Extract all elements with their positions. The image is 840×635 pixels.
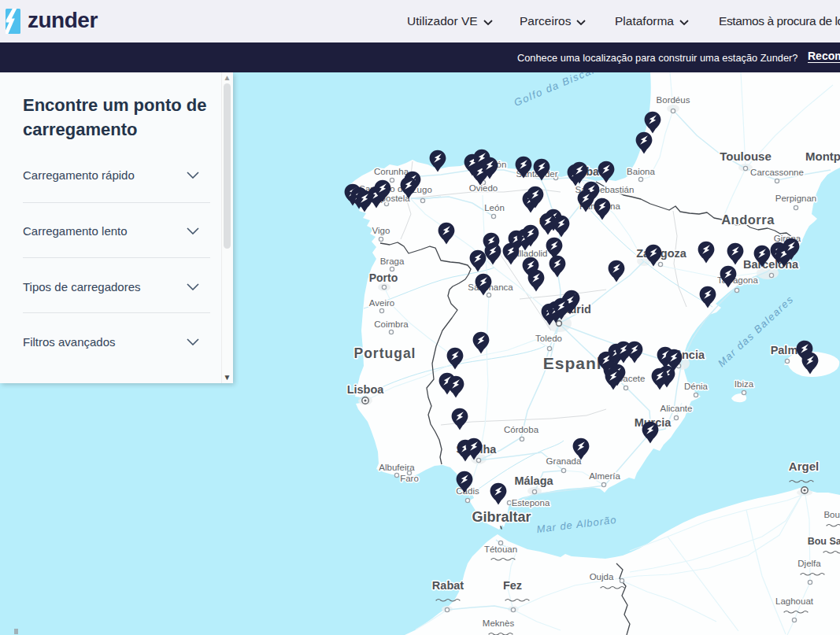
svg-text:Málaga: Málaga bbox=[514, 474, 553, 487]
svg-text:Faro: Faro bbox=[400, 474, 419, 483]
svg-text:Barcelona: Barcelona bbox=[743, 258, 799, 271]
svg-text:Gibraltar: Gibraltar bbox=[472, 509, 531, 525]
svg-text:Perpignan: Perpignan bbox=[775, 194, 816, 203]
svg-text:Corunha: Corunha bbox=[374, 167, 409, 176]
svg-text:Almería: Almería bbox=[589, 471, 620, 481]
svg-text:Estepona: Estepona bbox=[512, 498, 550, 508]
svg-text:Bordéus: Bordéus bbox=[657, 95, 690, 105]
svg-text:Dénia: Dénia bbox=[684, 382, 709, 391]
svg-text:Vigo: Vigo bbox=[372, 226, 390, 235]
svg-text:Alicante: Alicante bbox=[661, 404, 693, 413]
svg-text:Baiona: Baiona bbox=[627, 167, 655, 176]
svg-text:Toledo: Toledo bbox=[535, 334, 562, 343]
svg-text:Rabat: Rabat bbox=[432, 579, 464, 592]
svg-text:Andorra: Andorra bbox=[721, 212, 775, 227]
svg-text:Coimbra: Coimbra bbox=[374, 319, 409, 329]
svg-text:Ibiza: Ibiza bbox=[735, 379, 754, 389]
svg-text:Granada: Granada bbox=[546, 456, 582, 466]
svg-text:Meknès: Meknès bbox=[483, 618, 515, 628]
svg-text:Toulouse: Toulouse bbox=[720, 150, 772, 163]
svg-text:Oujda: Oujda bbox=[590, 572, 614, 581]
svg-text:Argel: Argel bbox=[789, 460, 819, 473]
svg-text:Córdoba: Córdoba bbox=[504, 425, 539, 434]
svg-text:León: León bbox=[484, 203, 505, 212]
svg-text:Lisboa: Lisboa bbox=[347, 383, 385, 396]
svg-text:Montpellier: Montpellier bbox=[805, 150, 840, 163]
svg-text:Bouira: Bouira bbox=[823, 510, 840, 519]
svg-text:Djelfa: Djelfa bbox=[797, 559, 821, 568]
svg-text:Zaragoza: Zaragoza bbox=[636, 247, 687, 260]
svg-text:Braga: Braga bbox=[380, 257, 405, 266]
svg-text:Carcassonne: Carcassonne bbox=[750, 168, 804, 177]
svg-text:Bou Saâda: Bou Saâda bbox=[808, 536, 840, 547]
svg-text:Oviedo: Oviedo bbox=[469, 183, 498, 193]
svg-text:Fez: Fez bbox=[503, 579, 522, 592]
svg-text:Porto: Porto bbox=[369, 271, 398, 284]
svg-text:Portugal: Portugal bbox=[354, 345, 416, 361]
svg-text:Tétouan: Tétouan bbox=[484, 545, 517, 554]
svg-text:Laghouat: Laghouat bbox=[775, 596, 814, 606]
svg-text:Aveiro: Aveiro bbox=[369, 298, 394, 308]
